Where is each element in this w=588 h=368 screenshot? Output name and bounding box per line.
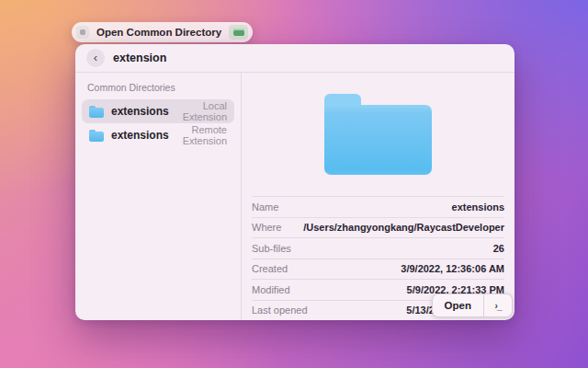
metadata-value: 26 bbox=[291, 243, 504, 254]
open-button[interactable]: Open bbox=[433, 294, 483, 316]
launcher-pill[interactable]: Open Common Directory bbox=[72, 22, 253, 42]
metadata-row-subfiles: Sub-files 26 bbox=[252, 237, 504, 259]
metadata-row-created: Created 3/9/2022, 12:36:06 AM bbox=[252, 259, 504, 280]
sidebar-item-name: extensions bbox=[111, 129, 169, 142]
metadata-label: Where bbox=[252, 222, 281, 233]
sidebar-section-label: Common Directories bbox=[82, 80, 234, 99]
folder-icon bbox=[89, 130, 104, 142]
sidebar: Common Directories extensions Local Exte… bbox=[75, 73, 242, 320]
sidebar-item-type: Remote Extension bbox=[176, 124, 227, 146]
launcher-pill-label: Open Common Directory bbox=[95, 27, 223, 38]
metadata-label: Created bbox=[252, 263, 288, 274]
terminal-prompt-icon: ›_ bbox=[495, 301, 502, 311]
folder-icon-large bbox=[324, 94, 432, 175]
metadata-label: Last opened bbox=[252, 305, 308, 316]
metadata-label: Name bbox=[252, 201, 278, 213]
desktop-background: Open Common Directory ‹ extension Common… bbox=[0, 0, 588, 368]
sidebar-item-type: Local Extension bbox=[176, 100, 227, 122]
page-title: extension bbox=[113, 52, 166, 64]
metadata-row-where: Where /Users/zhangyongkang/RaycastDevelo… bbox=[252, 217, 504, 238]
window-body: Common Directories extensions Local Exte… bbox=[75, 73, 514, 320]
metadata-row-name: Name extensions bbox=[252, 196, 504, 217]
metadata-label: Sub-files bbox=[252, 243, 291, 254]
metadata-value: /Users/zhangyongkang/RaycastDeveloper bbox=[281, 222, 504, 233]
raycast-window: ‹ extension Common Directories extension… bbox=[75, 44, 514, 320]
metadata-value: extensions bbox=[278, 201, 504, 213]
window-header: ‹ extension bbox=[75, 44, 514, 73]
sidebar-item-remote-extension[interactable]: extensions Remote Extension bbox=[82, 123, 234, 147]
archive-badge-icon bbox=[229, 25, 248, 40]
back-button[interactable]: ‹ bbox=[86, 49, 105, 67]
terminal-button[interactable]: ›_ bbox=[484, 294, 512, 316]
extension-icon bbox=[76, 26, 89, 39]
detail-panel: Name extensions Where /Users/zhangyongka… bbox=[242, 73, 514, 320]
folder-preview bbox=[242, 73, 514, 196]
folder-icon bbox=[89, 106, 104, 118]
metadata-label: Modified bbox=[252, 284, 290, 295]
sidebar-item-name: extensions bbox=[111, 105, 169, 118]
chevron-left-icon: ‹ bbox=[94, 52, 97, 63]
metadata-value: 3/9/2022, 12:36:06 AM bbox=[288, 263, 504, 274]
sidebar-item-local-extension[interactable]: extensions Local Extension bbox=[82, 99, 234, 123]
action-bar: Open ›_ bbox=[432, 293, 513, 317]
